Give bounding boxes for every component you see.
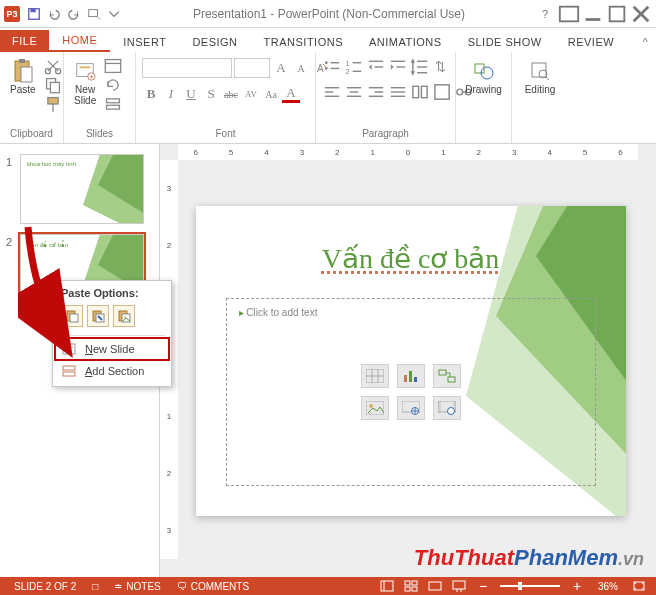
group-clipboard-label: Clipboard [6,128,57,141]
font-size-select[interactable] [234,58,270,78]
svg-text:1: 1 [345,60,349,68]
font-color-button[interactable]: A [282,85,300,103]
align-right-icon[interactable] [366,83,386,101]
slide-count[interactable]: SLIDE 2 OF 2 [6,581,84,592]
tab-home[interactable]: HOME [49,30,110,52]
comments-toggle[interactable]: 🗨 COMMENTS [169,581,257,592]
editing-button[interactable]: Editing [521,58,560,97]
strike-button[interactable]: abc [222,85,240,103]
columns-icon[interactable] [410,83,430,101]
zoom-in-icon[interactable]: + [566,578,588,594]
group-paragraph: 12 ⇅ Paragraph [316,52,456,143]
bold-button[interactable]: B [142,85,160,103]
help-icon[interactable]: ? [534,4,556,24]
fit-to-window-icon[interactable] [628,578,650,594]
text-direction-icon[interactable]: ⇅ [432,58,452,76]
group-slides-label: Slides [70,128,129,141]
svg-rect-101 [63,372,75,376]
app-icon: P3 [4,6,20,22]
shadow-button[interactable]: S [202,85,220,103]
change-case-button[interactable]: Aa [262,85,280,103]
align-text-icon[interactable] [432,83,452,101]
thumb-title: khoa hoc máy tính [27,161,76,167]
reset-icon[interactable] [104,77,122,93]
paste-picture-icon[interactable] [113,305,135,327]
align-center-icon[interactable] [344,83,364,101]
thumbnail-1[interactable]: 1 khoa hoc máy tính [0,152,159,232]
numbering-icon[interactable]: 12 [344,58,364,76]
underline-button[interactable]: U [182,85,200,103]
qat-undo-icon[interactable] [44,4,64,24]
svg-rect-106 [412,581,417,585]
insert-chart-icon[interactable] [397,364,425,388]
tab-animations[interactable]: ANIMATIONS [356,32,455,52]
qat-startfrom-icon[interactable] [84,4,104,24]
slide-canvas[interactable]: Vấn đề cơ bản Click to add text [196,206,626,516]
new-slide-button[interactable]: ✦ New Slide [70,58,100,108]
notes-toggle[interactable]: ≐ NOTES [106,581,168,592]
tab-transitions[interactable]: TRANSITIONS [251,32,356,52]
sorter-view-icon[interactable] [400,578,422,594]
bullets-icon[interactable] [322,58,342,76]
paste-keep-source-icon[interactable] [87,305,109,327]
zoom-level[interactable]: 36% [590,581,626,592]
format-painter-icon[interactable] [44,96,62,112]
increase-indent-icon[interactable] [388,58,408,76]
tab-review[interactable]: REVIEW [555,32,627,52]
drawing-label: Drawing [465,84,502,95]
cut-icon[interactable] [44,58,62,74]
minimize-icon[interactable] [582,4,604,24]
font-name-select[interactable] [142,58,232,78]
justify-icon[interactable] [388,83,408,101]
svg-rect-78 [414,377,417,382]
insert-online-picture-icon[interactable] [397,396,425,420]
shrink-font-icon[interactable]: A [292,59,310,77]
new-slide-icon: ✦ [74,60,96,82]
align-left-icon[interactable] [322,83,342,101]
insert-smartart-icon[interactable] [433,364,461,388]
normal-view-icon[interactable] [376,578,398,594]
svg-rect-100 [63,366,75,370]
slideshow-view-icon[interactable] [448,578,470,594]
insert-video-icon[interactable] [433,396,461,420]
qat-save-icon[interactable] [24,4,44,24]
language-indicator[interactable]: □ [84,581,106,592]
ribbon-collapse-icon[interactable]: ^ [635,32,656,52]
close-icon[interactable] [630,4,652,24]
decrease-indent-icon[interactable] [366,58,386,76]
svg-line-64 [546,77,549,80]
layout-icon[interactable] [104,58,122,74]
tab-slideshow[interactable]: SLIDE SHOW [455,32,555,52]
window-title: Presentation1 - PowerPoint (Non-Commerci… [124,7,534,21]
line-spacing-icon[interactable] [410,58,430,76]
reading-view-icon[interactable] [424,578,446,594]
insert-picture-icon[interactable] [361,396,389,420]
display-options-icon[interactable] [558,4,580,24]
section-icon[interactable] [104,96,122,112]
group-paragraph-label: Paragraph [322,128,449,141]
paste-button[interactable]: Paste [6,58,40,97]
svg-rect-79 [439,370,446,375]
svg-point-90 [447,407,454,414]
zoom-out-icon[interactable]: − [472,578,494,594]
content-placeholder-box[interactable]: Click to add text [226,298,596,486]
ctx-new-slide[interactable]: New Slide [55,338,169,360]
qat-customize-icon[interactable] [104,4,124,24]
paste-dest-theme-icon[interactable] [61,305,83,327]
drawing-button[interactable]: Drawing [461,58,506,97]
italic-button[interactable]: I [162,85,180,103]
zoom-slider[interactable] [500,585,560,587]
tab-insert[interactable]: INSERT [110,32,179,52]
maximize-icon[interactable] [606,4,628,24]
copy-icon[interactable] [44,77,62,93]
tab-file[interactable]: FILE [0,30,49,52]
qat-redo-icon[interactable] [64,4,84,24]
grow-font-icon[interactable]: A [272,59,290,77]
ctx-add-section[interactable]: Add Section [55,360,169,382]
slide-title[interactable]: Vấn đề cơ bản [196,242,626,275]
tab-design[interactable]: DESIGN [179,32,250,52]
ribbon: Paste Clipboard ✦ New Slide Slides [0,52,656,144]
spacing-button[interactable]: AV [242,85,260,103]
slide-edit-area: 6543210123456 3210123 Vấn đề cơ bản Clic… [160,144,656,577]
insert-table-icon[interactable] [361,364,389,388]
